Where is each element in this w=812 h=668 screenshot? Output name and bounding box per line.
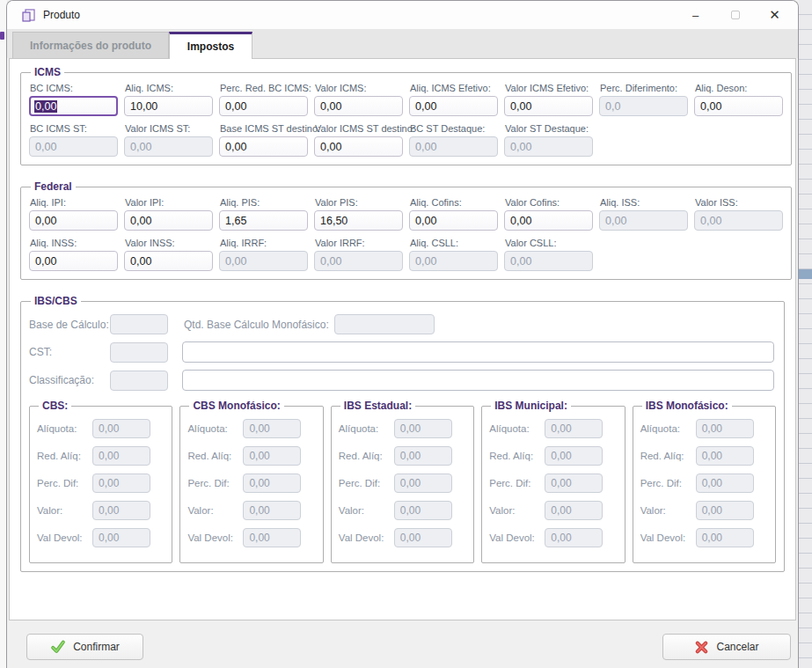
field-cell: Valor Cofins: 0,00 bbox=[504, 195, 593, 231]
field-label: Aliq. PIS: bbox=[220, 197, 308, 208]
number-field[interactable]: 10,00 bbox=[124, 96, 213, 116]
classificacao-description-field[interactable] bbox=[182, 370, 774, 391]
cbs-monofasico-groupbox: CBS Monofásico: Alíquota: 0,00 Red. Alíq… bbox=[179, 400, 323, 563]
field-label: Valor IRRF: bbox=[315, 238, 403, 248]
field-label: Valor PIS: bbox=[315, 197, 403, 208]
field-label: Aliq. Cofins: bbox=[410, 197, 498, 208]
icms-group-title: ICMS bbox=[31, 66, 64, 78]
field-label: Val Devol: bbox=[640, 532, 696, 543]
mini-field-row: Perc. Dif: 0,00 bbox=[640, 473, 768, 493]
number-field: 0,00 bbox=[92, 473, 150, 493]
field-label: Valor CSLL: bbox=[505, 238, 593, 248]
field-cell: BC ST Destaque: 0,00 bbox=[409, 121, 498, 157]
federal-group-title: Federal bbox=[31, 180, 76, 193]
number-field[interactable]: 0,00 bbox=[29, 96, 118, 116]
field-label: Alíquota: bbox=[339, 423, 394, 434]
check-icon bbox=[50, 639, 66, 655]
close-icon[interactable]: ✕ bbox=[755, 1, 794, 29]
mini-field-row: Perc. Dif: 0,00 bbox=[37, 473, 165, 493]
field-label: Perc. Dif: bbox=[640, 478, 696, 488]
number-field: 0,00 bbox=[504, 251, 593, 271]
mini-field-row: Red. Alíq: 0,00 bbox=[37, 446, 165, 466]
field-cell: Aliq. ICMS: 10,00 bbox=[124, 80, 213, 116]
number-field: 0,00 bbox=[409, 136, 498, 157]
federal-groupbox: Federal Aliq. IPI: 0,00 Valor IPI: 0,00 … bbox=[20, 180, 792, 280]
cbs-groupbox: CBS: Alíquota: 0,00 Red. Alíq: 0,00 bbox=[29, 400, 172, 563]
number-field[interactable]: 0,00 bbox=[314, 96, 403, 116]
number-field: 0,00 bbox=[243, 419, 301, 438]
number-field[interactable]: 0,00 bbox=[124, 210, 213, 231]
ibs-base-row: Base de Cálculo: Qtd. Base Cálculo Monof… bbox=[29, 314, 776, 334]
field-label: Aliq. ICMS: bbox=[125, 83, 213, 93]
field-cell: Aliq. ICMS Efetivo: 0,00 bbox=[409, 80, 498, 116]
number-field[interactable]: 0,00 bbox=[29, 251, 118, 271]
maximize-icon bbox=[715, 1, 755, 29]
number-field: 0,00 bbox=[694, 210, 783, 231]
field-cell: Aliq. Cofins: 0,00 bbox=[409, 195, 498, 231]
field-cell: Valor ICMS ST: 0,00 bbox=[124, 121, 213, 157]
number-field[interactable]: 0,00 bbox=[504, 96, 593, 116]
cancel-button[interactable]: Cancelar bbox=[662, 634, 791, 660]
icms-groupbox: ICMS BC ICMS: 0,00 Aliq. ICMS: 10,00 Per… bbox=[20, 66, 792, 165]
field-label: Perc. Dif: bbox=[339, 478, 394, 488]
field-cell: BC ICMS ST: 0,00 bbox=[29, 121, 118, 157]
mini-field-row: Perc. Dif: 0,00 bbox=[489, 473, 617, 493]
field-cell: Aliq. INSS: 0,00 bbox=[29, 235, 118, 271]
number-field: 0,00 bbox=[409, 251, 498, 271]
number-field: 0,00 bbox=[219, 251, 308, 271]
number-field[interactable]: 0,00 bbox=[219, 136, 308, 157]
field-cell: Valor INSS: 0,00 bbox=[124, 235, 213, 271]
field-label: Base ICMS ST destino: bbox=[220, 123, 308, 134]
tab-impostos[interactable]: Impostos bbox=[169, 32, 252, 59]
minimize-icon[interactable]: – bbox=[676, 1, 715, 29]
field-cell: Aliq. ISS: 0,00 bbox=[599, 195, 688, 231]
field-label: Perc. Red. BC ICMS: bbox=[220, 83, 308, 93]
ibs-monofasico-groupbox: IBS Monofásico: Alíquota: 0,00 Red. Alíq… bbox=[633, 400, 776, 563]
field-label: Red. Alíq: bbox=[489, 451, 545, 461]
mini-field-row: Val Devol: 0,00 bbox=[187, 528, 315, 547]
field-label: Aliq. Deson: bbox=[695, 83, 783, 93]
number-field[interactable]: 16,50 bbox=[314, 210, 403, 231]
ibs-monofasico-group-title: IBS Monofásico: bbox=[642, 400, 732, 412]
cancel-button-label: Cancelar bbox=[716, 641, 758, 653]
ibscbs-group-title: IBS/CBS bbox=[31, 295, 81, 307]
qtd-base-field bbox=[334, 314, 435, 334]
number-field[interactable]: 0,00 bbox=[409, 210, 498, 231]
app-form-icon bbox=[22, 9, 35, 22]
number-field[interactable]: 0,00 bbox=[504, 210, 593, 231]
number-field: 0,00 bbox=[394, 419, 452, 438]
cst-description-field[interactable] bbox=[182, 341, 774, 363]
number-field: 0,00 bbox=[696, 419, 754, 438]
number-field[interactable]: 0,00 bbox=[694, 96, 783, 116]
field-cell: Aliq. IRRF: 0,00 bbox=[219, 235, 308, 271]
tab-informacoes-do-produto[interactable]: Informações do produto bbox=[12, 32, 169, 58]
number-field[interactable]: 0,00 bbox=[124, 251, 213, 271]
number-field: 0,00 bbox=[696, 528, 754, 547]
field-label: Valor IPI: bbox=[125, 197, 213, 208]
field-cell: Aliq. Deson: 0,00 bbox=[694, 80, 783, 116]
background-accent bbox=[799, 269, 812, 279]
field-label: Red. Alíq: bbox=[339, 451, 394, 461]
field-label: Val Devol: bbox=[339, 532, 394, 543]
number-field[interactable]: 0,00 bbox=[219, 96, 308, 116]
field-label: Valor ICMS ST: bbox=[125, 123, 213, 134]
number-field[interactable]: 1,65 bbox=[219, 210, 308, 231]
field-cell: Valor IPI: 0,00 bbox=[124, 195, 213, 231]
field-label: Valor ICMS: bbox=[315, 83, 403, 93]
field-label: Alíquota: bbox=[37, 423, 92, 434]
mini-field-row: Valor: 0,00 bbox=[489, 501, 617, 520]
number-field[interactable]: 0,00 bbox=[409, 96, 498, 116]
number-field: 0,00 bbox=[243, 501, 301, 520]
number-field[interactable]: 0,00 bbox=[314, 136, 403, 157]
confirm-button[interactable]: Confirmar bbox=[26, 634, 143, 660]
number-field[interactable]: 0,00 bbox=[29, 210, 118, 231]
cst-label: CST: bbox=[29, 346, 110, 358]
field-label: Valor: bbox=[640, 505, 696, 516]
number-field: 0,00 bbox=[696, 446, 754, 466]
ibs-municipal-group-title: IBS Municipal: bbox=[491, 400, 571, 412]
produto-dialog: Produto – ✕ Informações do produto Impos… bbox=[6, 0, 799, 668]
number-field: 0,00 bbox=[545, 528, 603, 547]
field-label: Red. Alíq: bbox=[640, 451, 696, 461]
impostos-tab-panel: ICMS BC ICMS: 0,00 Aliq. ICMS: 10,00 Per… bbox=[9, 58, 796, 620]
field-label: Valor ST Destaque: bbox=[505, 123, 593, 134]
